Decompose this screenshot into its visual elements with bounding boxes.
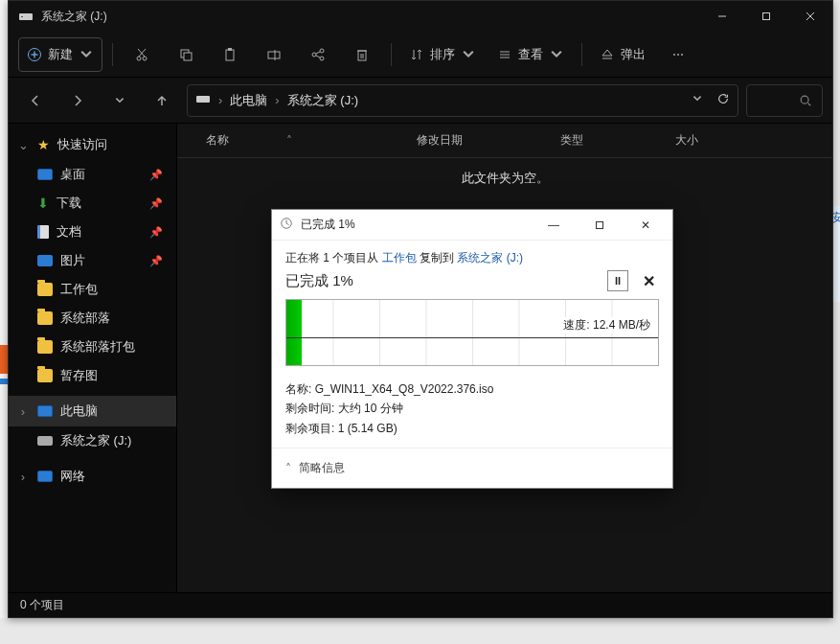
svg-rect-14 (184, 53, 192, 60)
svg-point-20 (320, 49, 324, 53)
sidebar-item-label: 暂存图 (60, 367, 98, 384)
network-icon (37, 471, 53, 482)
dialog-titlebar[interactable]: 已完成 1% — ✕ (272, 210, 672, 241)
sidebar-item-drive[interactable]: 系统之家 (J:) (9, 426, 176, 455)
address-bar[interactable]: › 此电脑 › 系统之家 (J:) (187, 84, 738, 117)
chevron-right-icon: › (218, 93, 222, 107)
refresh-button[interactable] (716, 92, 730, 108)
breadcrumb-current[interactable]: 系统之家 (J:) (287, 92, 358, 109)
dialog-maximize-button[interactable] (580, 212, 619, 239)
meta-value: 大约 10 分钟 (338, 402, 403, 415)
col-type[interactable]: 类型 (560, 132, 675, 149)
sidebar-item-label: 系统之家 (J:) (60, 432, 131, 449)
sidebar-item-label: 桌面 (60, 166, 85, 183)
pause-button[interactable]: II (607, 270, 628, 291)
copy-button[interactable] (167, 37, 205, 72)
sidebar: ⌄ ★ 快速访问 桌面📌 ⬇下载📌 文档📌 图片📌 工作包 系统部落 系统部落打… (9, 124, 177, 592)
search-input[interactable] (746, 84, 823, 117)
download-icon: ⬇ (37, 196, 49, 211)
dialog-title: 已完成 1% (301, 217, 355, 233)
meta-value: 1 (5.14 GB) (338, 422, 397, 435)
dialog-minimize-button[interactable]: — (534, 212, 573, 239)
sidebar-item-this-pc[interactable]: › 此电脑 (9, 396, 176, 426)
sidebar-item-desktop[interactable]: 桌面📌 (9, 160, 176, 189)
details-toggle[interactable]: ˄ 简略信息 (272, 448, 672, 488)
svg-point-34 (673, 54, 675, 56)
copy-prefix: 正在将 1 个项目从 (285, 251, 382, 264)
breadcrumb-root[interactable]: 此电脑 (230, 92, 267, 109)
folder-icon (37, 369, 53, 382)
sidebar-item-network[interactable]: › 网络 (9, 461, 176, 492)
pictures-icon (37, 255, 53, 266)
folder-icon (37, 311, 53, 325)
new-button[interactable]: 新建 (18, 37, 102, 72)
cancel-button[interactable]: ✕ (638, 270, 659, 291)
sidebar-item-downloads[interactable]: ⬇下载📌 (9, 189, 176, 218)
dropdown-icon[interactable] (692, 93, 703, 107)
col-date[interactable]: 修改日期 (417, 132, 560, 149)
share-button[interactable] (299, 37, 337, 72)
eject-label: 弹出 (621, 46, 646, 63)
forward-button[interactable] (60, 83, 95, 118)
sort-label: 排序 (430, 46, 455, 63)
separator (391, 43, 392, 66)
back-button[interactable] (18, 83, 53, 118)
more-button[interactable] (659, 37, 697, 72)
sort-indicator-icon: ˄ (286, 134, 292, 148)
clock-icon (280, 217, 293, 233)
sidebar-item-label: 工作包 (60, 281, 98, 298)
sidebar-item-folder[interactable]: 系统部落打包 (9, 333, 176, 361)
minimize-button[interactable] (700, 1, 744, 32)
expand-label: 简略信息 (299, 460, 345, 476)
svg-point-9 (137, 57, 141, 60)
copy-source-link[interactable]: 工作包 (382, 251, 417, 264)
nav-row: › 此电脑 › 系统之家 (J:) (9, 78, 832, 124)
copy-progress-dialog: 已完成 1% — ✕ 正在将 1 个项目从 工作包 复制到 系统之家 (J:) … (271, 209, 673, 489)
svg-rect-16 (228, 48, 232, 51)
svg-rect-3 (763, 13, 770, 20)
recent-button[interactable] (102, 83, 137, 118)
sidebar-group-quick-access[interactable]: ⌄ ★ 快速访问 (9, 129, 176, 160)
pin-icon: 📌 (149, 255, 163, 267)
sidebar-item-documents[interactable]: 文档📌 (9, 218, 176, 246)
sidebar-item-folder[interactable]: 系统部落 (9, 304, 176, 333)
new-label: 新建 (48, 46, 73, 63)
up-button[interactable] (145, 83, 179, 118)
svg-line-23 (316, 56, 320, 58)
copy-dest-link[interactable]: 系统之家 (J:) (457, 251, 523, 264)
delete-button[interactable] (343, 37, 381, 72)
dialog-close-button[interactable]: ✕ (626, 212, 665, 239)
transfer-speed-chart: 速度: 12.4 MB/秒 (285, 299, 659, 366)
view-button[interactable]: 查看 (489, 37, 572, 72)
folder-icon (37, 340, 53, 354)
svg-rect-24 (358, 51, 366, 60)
background-sliver-right: 安 (833, 206, 840, 302)
col-name[interactable]: 名称 (206, 132, 229, 149)
pin-icon: 📌 (149, 197, 163, 210)
sidebar-item-folder[interactable]: 工作包 (9, 275, 176, 304)
document-icon (37, 225, 49, 239)
maximize-button[interactable] (744, 1, 788, 32)
pc-icon (37, 405, 53, 417)
svg-point-10 (143, 57, 147, 60)
sidebar-item-folder[interactable]: 暂存图 (9, 361, 176, 390)
cut-button[interactable] (123, 37, 161, 72)
column-headers[interactable]: 名称˄ 修改日期 类型 大小 (177, 124, 832, 158)
col-size[interactable]: 大小 (675, 132, 832, 149)
sort-button[interactable]: 排序 (401, 37, 484, 72)
rename-button[interactable] (255, 37, 293, 72)
view-label: 查看 (518, 46, 543, 63)
paste-button[interactable] (211, 37, 249, 72)
svg-point-19 (312, 53, 316, 57)
svg-rect-15 (226, 50, 234, 60)
chevron-right-icon: › (16, 470, 30, 484)
titlebar[interactable]: 系统之家 (J:) (9, 1, 832, 32)
chevron-down-icon (461, 47, 476, 62)
eject-button[interactable]: 弹出 (592, 37, 653, 72)
svg-line-39 (808, 103, 811, 105)
svg-line-11 (139, 49, 146, 57)
close-button[interactable] (788, 1, 832, 32)
svg-rect-17 (268, 52, 280, 58)
svg-line-42 (286, 223, 289, 225)
sidebar-item-pictures[interactable]: 图片📌 (9, 246, 176, 275)
